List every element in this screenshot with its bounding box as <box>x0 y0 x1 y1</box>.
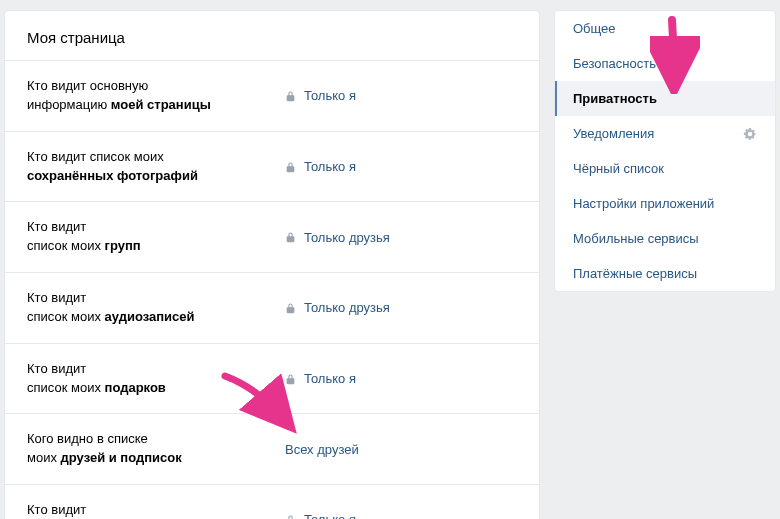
gear-icon[interactable] <box>743 127 757 141</box>
sidebar-item[interactable]: Платёжные сервисы <box>555 256 775 291</box>
lock-icon <box>285 90 296 102</box>
privacy-value-text: Только друзья <box>304 300 390 315</box>
sidebar-item[interactable]: Настройки приложений <box>555 186 775 221</box>
privacy-row-label: Кто видит список моихсохранённых фотогра… <box>27 148 285 186</box>
privacy-value-text: Только я <box>304 512 356 519</box>
privacy-value-dropdown[interactable]: Только я <box>285 88 356 103</box>
privacy-row-label: Кто видитмоих скрытых друзей <box>27 501 285 519</box>
sidebar-item-label: Чёрный список <box>573 161 664 176</box>
sidebar-item-label: Приватность <box>573 91 657 106</box>
privacy-value-dropdown[interactable]: Только я <box>285 512 356 519</box>
privacy-settings-panel: Моя страница Кто видит основнуюинформаци… <box>4 10 540 519</box>
privacy-value-text: Только я <box>304 159 356 174</box>
privacy-value-text: Только друзья <box>304 230 390 245</box>
section-title: Моя страница <box>5 11 539 60</box>
sidebar-item-label: Мобильные сервисы <box>573 231 699 246</box>
privacy-row-label: Кого видно в спискемоих друзей и подписо… <box>27 430 285 468</box>
sidebar-item-label: Уведомления <box>573 126 654 141</box>
privacy-value-text: Всех друзей <box>285 442 359 457</box>
privacy-row: Кто видит список моихсохранённых фотогра… <box>5 131 539 202</box>
sidebar-item[interactable]: Безопасность <box>555 46 775 81</box>
privacy-row: Кто видитмоих скрытых друзейТолько я <box>5 484 539 519</box>
sidebar-item-label: Настройки приложений <box>573 196 714 211</box>
lock-icon <box>285 161 296 173</box>
sidebar-item[interactable]: Общее <box>555 11 775 46</box>
sidebar-item[interactable]: Приватность <box>555 81 775 116</box>
privacy-value-text: Только я <box>304 88 356 103</box>
lock-icon <box>285 514 296 519</box>
privacy-row-label: Кто видитсписок моих аудиозаписей <box>27 289 285 327</box>
sidebar-item-label: Платёжные сервисы <box>573 266 697 281</box>
privacy-value-dropdown[interactable]: Всех друзей <box>285 442 359 457</box>
sidebar-item-label: Общее <box>573 21 616 36</box>
sidebar-item-label: Безопасность <box>573 56 656 71</box>
lock-icon <box>285 373 296 385</box>
privacy-value-text: Только я <box>304 371 356 386</box>
privacy-row: Кто видитсписок моих группТолько друзья <box>5 201 539 272</box>
privacy-value-dropdown[interactable]: Только друзья <box>285 300 390 315</box>
sidebar-item[interactable]: Мобильные сервисы <box>555 221 775 256</box>
lock-icon <box>285 302 296 314</box>
privacy-row: Кого видно в спискемоих друзей и подписо… <box>5 413 539 484</box>
privacy-row-label: Кто видитсписок моих групп <box>27 218 285 256</box>
privacy-row: Кто видитсписок моих подарковТолько я <box>5 343 539 414</box>
privacy-row-label: Кто видит основнуюинформацию моей страни… <box>27 77 285 115</box>
privacy-row: Кто видит основнуюинформацию моей страни… <box>5 60 539 131</box>
privacy-row-label: Кто видитсписок моих подарков <box>27 360 285 398</box>
sidebar-item[interactable]: Уведомления <box>555 116 775 151</box>
settings-sidebar: ОбщееБезопасностьПриватностьУведомленияЧ… <box>554 10 776 292</box>
privacy-value-dropdown[interactable]: Только друзья <box>285 230 390 245</box>
privacy-row: Кто видитсписок моих аудиозаписейТолько … <box>5 272 539 343</box>
lock-icon <box>285 231 296 243</box>
sidebar-item[interactable]: Чёрный список <box>555 151 775 186</box>
privacy-value-dropdown[interactable]: Только я <box>285 159 356 174</box>
privacy-value-dropdown[interactable]: Только я <box>285 371 356 386</box>
